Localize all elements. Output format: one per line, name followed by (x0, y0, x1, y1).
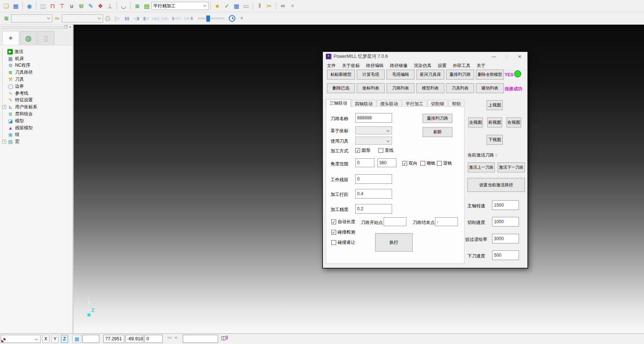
menu-file[interactable]: 文件 (327, 63, 336, 69)
strategy-list-icon[interactable]: ▤ (142, 1, 151, 10)
strategy-combo[interactable]: 平行精加工 (152, 2, 209, 10)
menu-about[interactable]: 关于 (477, 63, 485, 69)
checkbox-icon[interactable] (420, 161, 425, 166)
probe-icon[interactable]: ⌖ (175, 335, 177, 343)
flat-tool-icon[interactable]: ⊤ (58, 1, 67, 10)
save-icon[interactable]: ▦ (11, 1, 20, 10)
panel-grip[interactable] (1, 25, 67, 27)
collision-avoid-checkbox[interactable]: 碰撞避让 (331, 239, 355, 246)
tool-library-button[interactable]: 星河刀具库 (416, 70, 444, 80)
speed-slider[interactable] (198, 18, 224, 19)
rewind-icon[interactable]: ◁◁ (151, 14, 160, 23)
delete-all-models-button[interactable]: 删除全部模型 (476, 70, 504, 80)
panel-float-icon[interactable]: ❐ (64, 25, 68, 29)
tree-item-machine[interactable]: ▦机床 (2, 55, 72, 62)
panel-close-icon[interactable]: ✕ (69, 25, 72, 29)
coord-z-field[interactable]: 0 (145, 335, 163, 343)
tree-item-boundaries[interactable]: ◯边界 (2, 83, 72, 90)
corner-handle-icon[interactable] (1, 340, 4, 342)
tree-item-macros[interactable]: +▤宏 (2, 138, 72, 145)
checkbox-icon[interactable] (331, 220, 336, 224)
checkbox-icon[interactable] (331, 230, 336, 235)
paste-new-model-button[interactable]: 粘贴新模型 (327, 70, 355, 80)
axis-x-toggle[interactable]: X (42, 335, 49, 343)
tree-item-levels[interactable]: ≣层和组合 (2, 110, 72, 117)
pencil-icon[interactable]: ✎ (86, 1, 95, 10)
play-icon[interactable]: ▷ (113, 14, 122, 23)
set-active-path-button[interactable]: 设置当前激活路径 (467, 178, 525, 192)
tool-list-button[interactable]: 刀具列表 (446, 83, 474, 93)
tree-item-activate[interactable]: ▶激活 (2, 48, 72, 55)
menu-path-edit[interactable]: 路径编辑 (366, 63, 384, 69)
collision-check-checkbox[interactable]: 碰撞检测 (331, 229, 355, 235)
tab-web[interactable]: ◍ (20, 31, 37, 45)
tolerance-input[interactable] (355, 204, 392, 214)
use-tool-combo[interactable] (355, 137, 392, 145)
binoculars-icon[interactable]: ∞ (278, 1, 287, 10)
ruler-icon[interactable]: ▭ (242, 1, 250, 10)
rearrange-toolpaths-button[interactable]: 重排列刀路 (446, 70, 474, 80)
checkbox-icon[interactable] (331, 240, 336, 245)
toolpath-icon[interactable]: ≋ (133, 1, 142, 10)
stepover-input[interactable] (355, 189, 392, 199)
view-right-button[interactable]: 右视图 (506, 117, 521, 127)
tab-recycle[interactable]: ▯ (38, 31, 54, 45)
refresh-button[interactable]: 刷新 (423, 127, 452, 137)
tree-item-feature-sets[interactable]: ✎特征设置 (2, 97, 72, 104)
calculator-icon[interactable]: ▦ (232, 1, 241, 10)
tree-item-patterns[interactable]: ∿参考线 (2, 90, 72, 97)
view-top-button[interactable]: 上视图 (487, 100, 503, 110)
axis-y-toggle[interactable]: Y (51, 335, 58, 343)
menu-settings[interactable]: 设置 (438, 63, 446, 69)
tree-item-toolpaths[interactable]: ≋刀具路径 (2, 69, 72, 76)
tree-item-groups[interactable]: ▣组 (2, 131, 72, 138)
circular-checkbox[interactable]: 圆形 (355, 147, 370, 154)
tree-item-workplanes[interactable]: +⊾用户坐标系 (2, 103, 72, 110)
tree-item-models[interactable]: ◪模型 (2, 117, 72, 124)
ink-fill-icon[interactable]: ◉ (25, 1, 34, 10)
tool-pair-icon[interactable]: ‖ (255, 1, 264, 10)
slider-thumb[interactable] (206, 15, 210, 22)
execute-button[interactable]: 执行 (375, 233, 413, 252)
based-coord-combo[interactable] (355, 126, 392, 134)
close-toolbar-icon[interactable]: ✕ (237, 14, 246, 23)
menu-coords[interactable]: 关于坐标 (342, 63, 360, 69)
toolpath-icon[interactable]: ≋ (2, 14, 11, 23)
maximize-button[interactable]: □ (506, 54, 508, 59)
points-icon[interactable]: ❖ (96, 1, 105, 10)
rearrange-button[interactable]: 重排列刀路 (423, 114, 452, 123)
drill-tool-icon[interactable]: ⊥ (106, 1, 114, 10)
checkbox-icon[interactable] (378, 148, 383, 153)
angle-start-input[interactable] (355, 158, 374, 167)
start-point-input[interactable] (384, 217, 406, 226)
end-point-input[interactable] (435, 217, 458, 226)
climb-checkbox[interactable]: 顺铣 (420, 160, 435, 166)
scissors-icon[interactable]: ✂ (265, 1, 274, 10)
open-file-icon[interactable]: ❏ (2, 1, 11, 10)
checkbox-icon[interactable] (355, 148, 360, 153)
tab-parallel[interactable]: 平行加工 (402, 100, 427, 107)
tab-explorer-tree[interactable]: ⌖ (2, 31, 19, 45)
activate-prev-button[interactable]: 激活上一刀路 (468, 162, 495, 172)
close-button[interactable]: ✕ (518, 54, 522, 59)
tab-tilt-head[interactable]: 摆头联动 (377, 100, 402, 107)
tree-item-tools[interactable]: ⚒刀具 (2, 76, 72, 83)
checkbox-icon[interactable] (402, 161, 407, 166)
menu-render-sim[interactable]: 渲染仿真 (414, 63, 431, 69)
tab-3axis[interactable]: 三轴联动 (326, 99, 351, 107)
pause-icon[interactable]: ▮▮ (122, 14, 131, 23)
coord-y-field[interactable]: -69.918 (125, 335, 143, 343)
to-end-icon[interactable]: ▷▷▮ (183, 14, 195, 23)
tree-item-nc-programs[interactable]: ⚙NC程序 (2, 62, 72, 69)
lightbulb-icon[interactable] (103, 14, 112, 23)
tool-star-icon[interactable]: ★ (213, 1, 222, 10)
toolpath-name-input[interactable] (355, 113, 392, 123)
axis-z-toggle[interactable]: Z (61, 335, 68, 343)
coord-x-field[interactable]: 77.2951 (103, 335, 124, 343)
clock-icon[interactable] (228, 14, 236, 23)
viewport-3d[interactable]: Y X Z PowerMILL 忆梦星河 7.0.6 — □ ✕ 文件 关于坐标… (74, 25, 644, 333)
conventional-checkbox[interactable]: 逆铣 (437, 160, 452, 166)
minimize-button[interactable]: — (492, 54, 496, 59)
tab-saw[interactable]: 切割锯 (427, 100, 448, 107)
spindle-speed-input[interactable] (492, 200, 519, 210)
